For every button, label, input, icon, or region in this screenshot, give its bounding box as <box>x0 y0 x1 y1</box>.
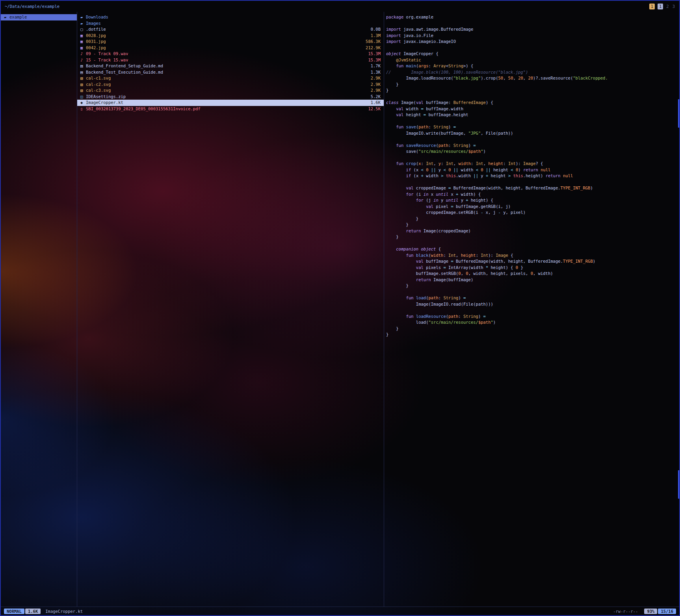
file-name: Images <box>86 20 101 27</box>
directory-name: example <box>9 14 27 20</box>
parent-dir-item[interactable]: ▰example <box>1 14 77 20</box>
code-line: package org.example <box>386 14 679 20</box>
file-row[interactable]: ▧cal-c2.svg2.9K <box>77 82 384 88</box>
tab-indicator[interactable]: 1 <box>658 4 663 9</box>
tab-bar: 1123 <box>649 4 675 9</box>
vector-icon: ▧ <box>80 82 86 88</box>
file-row[interactable]: ◆ImageCropper.kt1.6K <box>77 100 384 106</box>
file-name: .dotfile <box>86 26 106 33</box>
code-line <box>386 118 679 124</box>
mode-badge: NORMAL <box>4 609 24 614</box>
code-line <box>386 179 679 186</box>
file-size: 2.9K <box>368 75 381 82</box>
code-line: fun main(args: Array<String>) { <box>386 63 679 69</box>
folder-icon: ▰ <box>80 20 86 27</box>
code-line: object ImageCropper { <box>386 51 679 57</box>
code-line: return Image(buffImage) <box>386 277 679 283</box>
tab-indicator[interactable]: 2 <box>666 4 669 9</box>
file-preview-panel: package org.example import java.awt.imag… <box>384 12 679 607</box>
code-line: } <box>386 222 679 228</box>
file-size: 5.2K <box>368 94 381 100</box>
code-line: class Image(val buffImage: BufferedImage… <box>386 100 679 106</box>
code-line: val width = buffImage.width <box>386 106 679 112</box>
code-line: Image(ImageIO.read(File(path))) <box>386 301 679 308</box>
status-bar-right: -rw-r--r-- 93% 15/16 <box>613 609 676 614</box>
file-size <box>377 20 381 27</box>
status-bar-left: NORMAL 1.6K ImageCropper.kt <box>4 609 83 614</box>
file-name: 15 - Track 15.wav <box>86 57 128 63</box>
code-line: return Image(croppedImage) <box>386 228 679 234</box>
scroll-percent-badge: 93% <box>644 609 657 614</box>
file-name: 09 - Track 09.wav <box>86 51 128 57</box>
statusbar-filename: ImageCropper.kt <box>45 609 83 614</box>
code-line <box>386 307 679 314</box>
pdf-icon: ▯ <box>80 106 86 112</box>
code-line: if (x < 0 || y < 0 || width < 0 || heigh… <box>386 167 679 173</box>
file-row[interactable]: ▤Backend_Test_Execution_Guide.md1.3K <box>77 69 384 76</box>
file-name: IDEAsettings.zip <box>86 94 126 100</box>
file-name: Downloads <box>86 14 108 20</box>
file-row[interactable]: ◫IDEAsettings.zip5.2K <box>77 94 384 100</box>
code-line: import java.awt.image.BufferedImage <box>386 26 679 33</box>
code-line: } <box>386 234 679 240</box>
file-row[interactable]: ♪09 - Track 09.wav15.3M <box>77 51 384 57</box>
file-size: 1.3K <box>368 69 381 76</box>
code-line: for (j in y until y + height) { <box>386 197 679 204</box>
code-line: load("src/main/resources/$path") <box>386 319 679 326</box>
code-line: @JvmStatic <box>386 57 679 63</box>
file-name: 0031.jpg <box>86 39 106 45</box>
code-line: val pixel = buffImage.getRGB(i, j) <box>386 204 679 210</box>
code-line: // Image.black(100, 100).saveResource("b… <box>386 69 679 76</box>
file-row[interactable]: ▦0042.jpg212.9K <box>77 45 384 51</box>
file-size: 0.0B <box>368 26 381 33</box>
code-line: } <box>386 332 679 338</box>
file-row[interactable]: ♪15 - Track 15.wav15.3M <box>77 57 384 63</box>
file-row[interactable]: ▧cal-c3.svg2.9K <box>77 87 384 94</box>
code-line: } <box>386 82 679 88</box>
file-size: 2.9K <box>368 82 381 88</box>
file-row[interactable]: ▦0031.jpg586.3K <box>77 39 384 45</box>
code-line: ImageIO.write(buffImage, "JPG", File(pat… <box>386 130 679 137</box>
file-row[interactable]: ▯SBI_0032013739_2023_DE05_0003155631Invo… <box>77 106 384 112</box>
audio-icon: ♪ <box>80 57 86 63</box>
scrollbar-thumb[interactable] <box>678 470 679 499</box>
tab-indicator[interactable]: 3 <box>672 4 675 9</box>
file-list-panel: ▰Downloads▰Images▢.dotfile0.0B▦0028.jpg1… <box>77 12 384 607</box>
file-size: 1.3M <box>368 33 381 39</box>
file-permissions: -rw-r--r-- <box>613 609 638 614</box>
file-size: 15.3M <box>365 51 381 57</box>
code-line: buffImage.setRGB(0, 0, width, height, pi… <box>386 271 679 277</box>
code-line <box>386 20 679 27</box>
code-line: val croppedImage = BufferedImage(width, … <box>386 185 679 191</box>
code-line: for (i in x until x + width) { <box>386 191 679 198</box>
file-name: SBI_0032013739_2023_DE05_0003155631Invoi… <box>86 106 201 112</box>
file-size: 1.7K <box>368 63 381 69</box>
code-line: } <box>386 326 679 332</box>
file-row[interactable]: ▰Downloads <box>77 14 384 20</box>
file-row[interactable]: ▦0028.jpg1.3M <box>77 33 384 39</box>
file-name: cal-c3.svg <box>86 87 111 94</box>
tab-indicator[interactable]: 1 <box>649 4 655 9</box>
code-line: import javax.imageio.ImageIO <box>386 39 679 45</box>
code-line: } <box>386 283 679 289</box>
code-line: Image.loadResource("black.jpg").crop(50,… <box>386 75 679 82</box>
file-name: Backend_Frontend_Setup_Guide.md <box>86 63 163 69</box>
file-name: 0028.jpg <box>86 33 106 39</box>
file-row[interactable]: ▢.dotfile0.0B <box>77 26 384 33</box>
code-line: save("src/main/resources/$path") <box>386 148 679 155</box>
code-line: val height = buffImage.height <box>386 112 679 118</box>
code-line: } <box>386 87 679 94</box>
terminal-window: ~/Data/example/example 1123 ▰example ▰Do… <box>0 0 680 616</box>
scrollbar-thumb[interactable] <box>678 99 679 128</box>
code-line: val buffImage = BufferedImage(width, hei… <box>386 258 679 265</box>
topbar: ~/Data/example/example 1123 <box>1 1 679 12</box>
folder-icon: ▰ <box>80 14 86 20</box>
code-line <box>386 45 679 51</box>
file-row[interactable]: ▤Backend_Frontend_Setup_Guide.md1.7K <box>77 63 384 69</box>
vector-icon: ▧ <box>80 87 86 94</box>
file-row[interactable]: ▰Images <box>77 20 384 27</box>
file-size: 15.3M <box>365 57 381 63</box>
parent-directory-panel: ▰example <box>1 12 77 607</box>
file-row[interactable]: ▧cal-c1.svg2.9K <box>77 75 384 82</box>
kotlin-icon: ◆ <box>80 100 86 106</box>
